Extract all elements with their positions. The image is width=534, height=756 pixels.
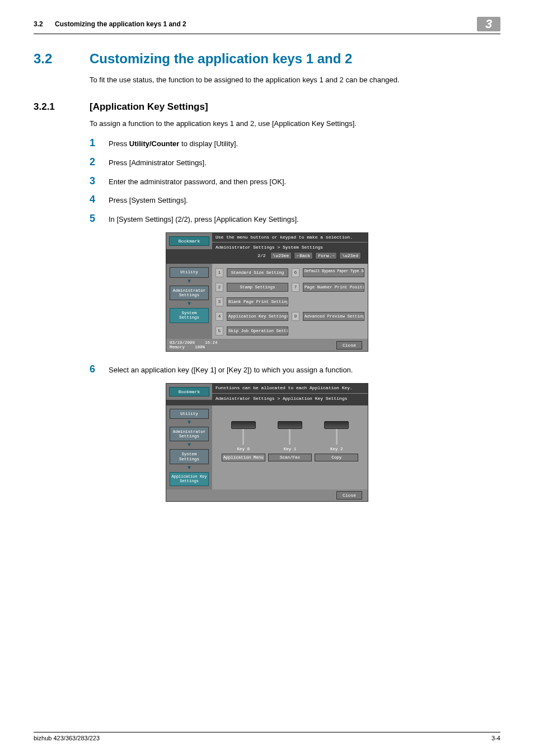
step-6: 6 Select an application key ([Key 1] or … (90, 364, 500, 375)
sidebar-utility[interactable]: Utility (170, 267, 209, 277)
key-stem-icon (336, 429, 338, 445)
subsection-heading-num: 3.2.1 (34, 101, 90, 113)
breadcrumb: Administrator Settings > Application Key… (212, 394, 368, 405)
option-num: 1 (216, 268, 223, 277)
option-advanced-preview[interactable]: Advanced Preview Setting (303, 312, 364, 321)
option-stamp-settings[interactable]: Stamp Settings (227, 283, 288, 292)
breadcrumb: Administrator Settings > System Settings… (212, 242, 368, 264)
option-num: 4 (216, 312, 223, 321)
option-num: 5 (216, 326, 223, 335)
panel-main: Key 0 Application Menu Key 1 Scan/Fax Ke… (212, 405, 368, 490)
section-heading: 3.2 Customizing the application keys 1 a… (34, 51, 500, 67)
arrow-down-icon: ▼ (188, 279, 191, 284)
key0-button: Application Menu (222, 454, 265, 461)
sidebar: Utility ▼ Administrator Settings ▼ Syste… (166, 264, 212, 339)
sidebar-utility[interactable]: Utility (170, 409, 209, 419)
sidebar: Utility ▼ Administrator Settings ▼ Syste… (166, 405, 212, 490)
step-text: Select an application key ([Key 1] or [K… (109, 364, 353, 374)
section-heading-title: Customizing the application keys 1 and 2 (90, 51, 352, 67)
step-1: 1 Press Utility/Counter to display [Util… (90, 138, 500, 149)
panel-main: 1 Standard Size Setting 6 Default Bypass… (212, 264, 368, 339)
key-0: Key 0 Application Menu (224, 421, 263, 461)
section-intro: To fit the use status, the function to b… (90, 74, 500, 86)
page-nav: 2/2 \u23ee ←Back Forw.→ \u23ed (216, 252, 364, 259)
key-1: Key 1 Scan/Fax (270, 421, 310, 461)
page-indicator: 2/2 (255, 253, 268, 258)
option-application-key-settings[interactable]: Application Key Settings (227, 312, 288, 321)
option-num: 2 (216, 283, 223, 292)
section-heading-num: 3.2 (34, 51, 90, 67)
option-num: 6 (292, 268, 299, 277)
step-text: Enter the administrator password, and th… (109, 176, 286, 186)
key-label: Key 2 (330, 447, 343, 452)
key-cap-icon (231, 421, 256, 429)
step-4: 4 Press [System Settings]. (90, 194, 500, 206)
step-number: 6 (90, 364, 109, 375)
key-label: Key 1 (284, 447, 297, 452)
key-cap-icon (324, 421, 349, 429)
option-num: 9 (292, 312, 299, 321)
sidebar-admin-settings[interactable]: Administrator Settings (170, 286, 209, 301)
step-number: 4 (90, 194, 109, 206)
step-5: 5 In [System Settings] (2/2), press [App… (90, 213, 500, 225)
sidebar-app-key-settings[interactable]: Application Key Settings (170, 472, 209, 486)
step-text: Press [System Settings]. (109, 194, 188, 204)
step-text: Press Utility/Counter to display [Utilit… (109, 138, 238, 148)
bookmark-button[interactable]: Bookmark (169, 387, 209, 396)
footer-page-number: 3-4 (491, 735, 500, 741)
steps-list-cont: 6 Select an application key ([Key 1] or … (90, 364, 500, 375)
step-2: 2 Press [Administrator Settings]. (90, 157, 500, 168)
key-stem-icon (242, 429, 244, 445)
option-standard-size[interactable]: Standard Size Setting (227, 268, 288, 277)
panel-instruction: Functions can be allocated to each Appli… (212, 384, 368, 393)
option-num: 3 (216, 297, 223, 306)
option-page-number-position[interactable]: Page Number Print Position (303, 283, 364, 292)
key-2: Key 2 Copy (317, 421, 356, 461)
page-footer: bizhub 423/363/283/223 3-4 (34, 732, 500, 741)
step-text: In [System Settings] (2/2), press [Appli… (109, 213, 299, 223)
bookmark-button[interactable]: Bookmark (169, 236, 209, 246)
page-header: 3.2 Customizing the application keys 1 a… (34, 17, 500, 34)
option-blank-page-print[interactable]: Blank Page Print Settings (227, 297, 288, 306)
key-cap-icon (278, 421, 302, 429)
panel-footer: Close (166, 489, 368, 501)
nav-forward-button[interactable]: Forw.→ (315, 252, 337, 259)
arrow-down-icon: ▼ (188, 442, 191, 448)
arrow-down-icon: ▼ (188, 420, 191, 426)
steps-list: 1 Press Utility/Counter to display [Util… (90, 138, 500, 225)
footer-status: 03/19/2009 16:24 Memory 100% (170, 340, 218, 349)
step-number: 1 (90, 138, 109, 149)
sidebar-admin-settings[interactable]: Administrator Settings (170, 427, 209, 442)
option-default-bypass[interactable]: Default Bypass Paper Type Setting (303, 268, 364, 277)
nav-first-button[interactable]: \u23ee (270, 252, 292, 259)
step-number: 5 (90, 213, 109, 225)
panel-instruction: Use the menu buttons or keypad to make a… (212, 233, 368, 242)
sidebar-system-settings[interactable]: System Settings (170, 308, 209, 323)
panel-footer: 03/19/2009 16:24 Memory 100% Close (166, 339, 368, 351)
screenshot-app-key-settings: Bookmark Functions can be allocated to e… (166, 383, 368, 502)
sidebar-system-settings[interactable]: System Settings (170, 449, 209, 464)
step-number: 2 (90, 157, 109, 168)
key-label: Key 0 (237, 447, 250, 452)
nav-last-button[interactable]: \u23ed (339, 252, 361, 259)
key2-button[interactable]: Copy (315, 454, 358, 461)
step-text: Press [Administrator Settings]. (109, 157, 207, 167)
option-skip-job-operation[interactable]: Skip Job Operation Settings (227, 326, 288, 335)
close-button[interactable]: Close (336, 491, 362, 500)
screenshot-system-settings: Bookmark Use the menu buttons or keypad … (166, 232, 368, 352)
header-section-title: Customizing the application keys 1 and 2 (55, 20, 186, 28)
subsection-heading-title: [Application Key Settings] (90, 101, 208, 113)
arrow-down-icon: ▼ (188, 301, 191, 307)
subsection-heading: 3.2.1 [Application Key Settings] (34, 101, 500, 113)
key-stem-icon (289, 429, 291, 445)
nav-back-button[interactable]: ←Back (294, 252, 313, 259)
key1-button[interactable]: Scan/Fax (268, 454, 312, 461)
subsection-intro: To assign a function to the application … (90, 118, 500, 129)
step-number: 3 (90, 176, 109, 187)
step-3: 3 Enter the administrator password, and … (90, 176, 500, 187)
option-num: 7 (292, 283, 299, 292)
close-button[interactable]: Close (336, 341, 362, 349)
chapter-badge: 3 (477, 17, 500, 31)
header-section-num: 3.2 (34, 20, 43, 28)
arrow-down-icon: ▼ (188, 465, 191, 471)
